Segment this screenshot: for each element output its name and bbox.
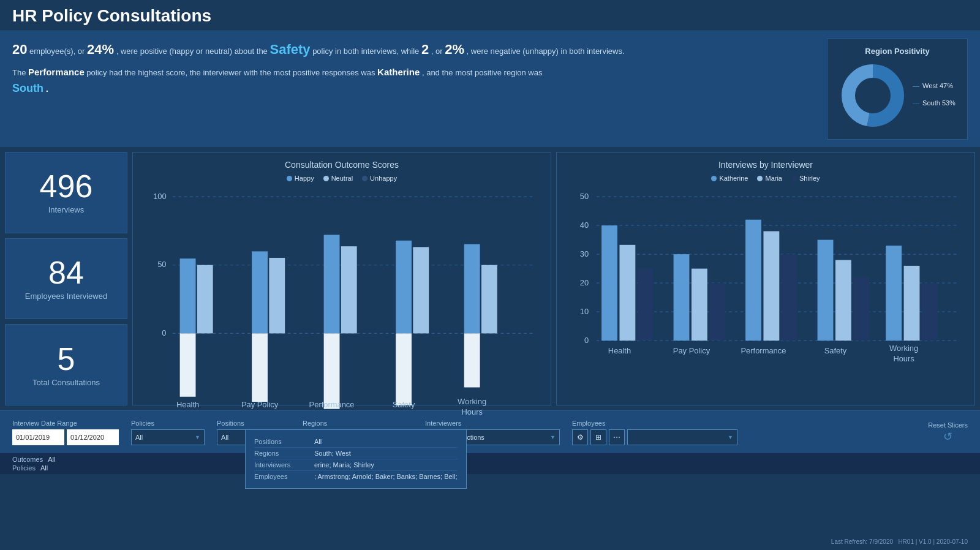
date-from-input[interactable] [12,429,64,445]
outcomes-key: Outcomes [12,456,43,463]
interviews-number: 496 [40,170,93,202]
filter-icon-btn[interactable]: ⚙ [572,429,588,445]
svg-text:50: 50 [157,260,166,269]
region-positivity-panel: Region Positivity — West 47% — South 53% [827,39,968,140]
svg-text:Pay Policy: Pay Policy [241,400,279,409]
svg-text:Health: Health [608,346,631,355]
interviewer-chart-title: Interviews by Interviewer [564,160,967,170]
bar-workinghours-unhappy [464,333,480,387]
outcome-chart-title: Consultation Outcome Scores [140,160,543,170]
summary-line2c: , and the most positive region was [422,68,543,77]
date-to-input[interactable] [67,429,119,445]
svg-text:Pay Policy: Pay Policy [673,346,710,355]
bar-wh-k [886,246,902,341]
bar-wh-s [922,283,938,341]
bar-perf-k [745,220,761,341]
last-refresh-info: Last Refresh: 7/9/2020 HR01 | V1.0 | 202… [831,538,968,545]
svg-text:Performance: Performance [309,400,355,409]
reset-label: Reset Slicers [928,421,968,429]
bar-safety-unhappy [396,333,412,405]
policies-key: Policies [12,464,36,472]
positive-count: 20 [12,42,27,57]
top-interviewer: Katherine [377,67,420,77]
summary-line1b: , were positive (happy or neutral) about… [116,47,270,56]
svg-text:Safety: Safety [824,346,847,355]
interviewer-chart-panel: Interviews by Interviewer Katherine Mari… [556,152,975,405]
bar-pp-k [674,254,690,341]
positive-pct: 24% [87,42,114,57]
popup-regions-val: South; West [314,450,351,457]
employees-chevron-icon: ▼ [728,434,733,440]
bar-performance-happy [324,235,340,333]
bar-safety-happy [396,241,412,334]
bar-paypolicy-neutral [269,258,285,333]
popup-employees-val: ; Armstrong; Arnold; Baker; Banks; Barne… [314,473,458,480]
svg-text:Working: Working [889,344,918,353]
negative-pct: 2% [445,42,464,57]
regions-label: Regions [303,420,413,427]
reset-icon[interactable]: ↺ [943,430,952,443]
neutral-dot [323,176,329,181]
employees-group: Employees ⚙ ⊞ ⋯ ▼ [572,420,737,445]
bar-health-neutral [197,265,213,334]
happy-dot [287,176,292,181]
popup-regions-row: Regions South; West [254,448,458,459]
consultations-label: Total Consultations [32,378,100,387]
summary-text: 20 employee(s), or 24% , were positive (… [12,39,815,140]
interviewers-label: Interviewers [425,420,560,427]
svg-text:20: 20 [580,278,589,287]
summary-line1a: employee(s), or [29,47,87,56]
bar-h-k [601,225,617,341]
legend-neutral: Neutral [323,175,353,182]
page-title: HR Policy Consultations [12,6,968,26]
stats-panel: 496 Interviews 84 Employees Interviewed … [5,152,127,405]
bar-workinghours-neutral [481,265,497,334]
status-outcomes: Outcomes All Policies All [12,456,55,472]
interviewer-chart-legend: Katherine Maria Shirley [564,175,967,182]
policies-dropdown[interactable]: All ▼ [131,429,205,445]
svg-text:40: 40 [580,220,589,230]
employees-dropdown[interactable]: ▼ [627,429,737,445]
popup-interviewers-key: Interviewers [254,461,309,469]
interviewer-chart-area: 50 40 30 20 10 0 [564,187,967,427]
bar-workinghours-happy [464,244,480,334]
popup-employees-row: Employees ; Armstrong; Arnold; Baker; Ba… [254,471,458,482]
bar-saf-m [835,260,851,341]
status-bar: Outcomes All Policies All [0,453,980,474]
summary-bar: 20 employee(s), or 24% , were positive (… [0,31,980,147]
bar-saf-k [818,240,834,341]
bar-h-s [638,269,654,341]
policies-label: Policies [131,420,205,427]
summary-line1c: policy in both interviews, while [312,47,421,56]
bar-paypolicy-happy [252,251,268,333]
bar-paypolicy-unhappy [252,333,268,402]
employees-label: Employees Interviewed [25,292,107,301]
date-range-label: Interview Date Range [12,420,119,427]
west-label: — West 47% [913,82,956,89]
shirley-dot [791,176,797,181]
unhappy-dot [362,176,368,181]
bar-h-m [619,245,635,341]
interviewer-svg: 50 40 30 20 10 0 [564,187,967,427]
bar-perf-s [782,254,797,341]
svg-text:Hours: Hours [893,354,914,363]
consultations-number: 5 [58,343,75,375]
negative-count: 2 [421,42,429,57]
more-icon-btn[interactable]: ⋯ [609,429,625,445]
maria-dot [757,176,763,181]
svg-text:Performance: Performance [741,346,786,355]
date-range-group: Interview Date Range [12,420,119,445]
table-icon-btn[interactable]: ⊞ [590,429,606,445]
top-region: South [12,82,43,94]
popup-interviewers-row: Interviewers erine; Maria; Shirley [254,459,458,471]
outcome-chart-area: 100 50 0 [140,187,543,427]
bar-safety-neutral [413,247,429,333]
employees-label: Employees [572,420,737,427]
svg-text:Hours: Hours [461,407,482,416]
region-positivity-title: Region Positivity [865,47,929,56]
employees-control: ⚙ ⊞ ⋯ ▼ [572,429,737,445]
main-content: 496 Interviews 84 Employees Interviewed … [0,147,980,410]
bar-performance-unhappy [324,333,340,409]
svg-text:50: 50 [580,192,589,201]
popup-regions-key: Regions [254,450,309,457]
